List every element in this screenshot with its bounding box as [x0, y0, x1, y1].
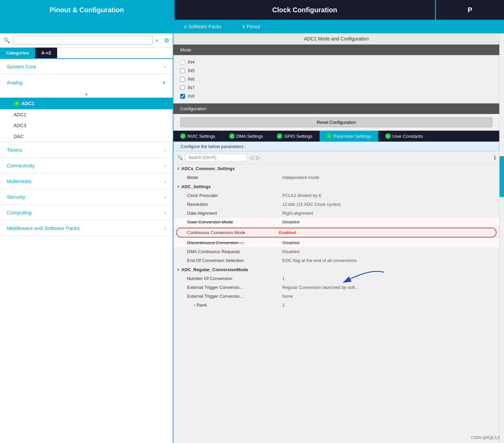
nvic-check-icon: ✓ — [180, 133, 186, 139]
param-continuous-conversion-mode: Continuous Conversion Mode Enabled — [176, 228, 497, 237]
scroll-up-icon[interactable]: ▲ — [0, 90, 173, 98]
info-icon: ℹ — [494, 154, 496, 161]
in6-checkbox[interactable] — [180, 77, 185, 82]
config-tabs: ✓ NVIC Settings ✓ DMA Settings ✓ GPIO Se… — [173, 131, 499, 142]
param-ext-trigger-1: External Trigger Conversio... Regular Co… — [173, 283, 499, 292]
sidebar-item-security[interactable]: Security › — [0, 189, 173, 205]
sidebar-list: System Core › Analog ∨ ▲ ADC1 ADC2 — [0, 59, 173, 443]
tab-nvic-settings[interactable]: ✓ NVIC Settings — [173, 131, 222, 142]
pinout-btn[interactable]: ∨ Pinout — [232, 24, 270, 29]
params-search-icon: 🔍 — [177, 155, 183, 160]
param-discontinuous-conversion: Discontinuous Conversion .... Disabled — [173, 239, 499, 247]
sidebar-item-adc3[interactable]: ADC3 — [0, 120, 173, 131]
sidebar-item-middleware[interactable]: Middleware and Software Packs › — [0, 220, 173, 236]
checkbox-in5: IN5 — [180, 66, 492, 75]
chevron-icon: › — [164, 194, 166, 200]
mode-content: IN4 IN5 IN6 IN7 IN8 — [173, 55, 499, 103]
param-data-alignment: Data Alignment Right alignment — [173, 209, 499, 218]
param-dma-continuous: DMA Continuous Requests Disabled — [173, 247, 499, 256]
param-ext-trigger-2: External Trigger Conversio... None — [173, 292, 499, 301]
tab-parameter-settings[interactable]: ✓ Parameter Settings — [320, 131, 379, 142]
sidebar-item-multimedia[interactable]: Multimedia › — [0, 174, 173, 189]
param-check-icon: ✓ — [326, 133, 332, 139]
param-mode: Mode Independent mode — [173, 173, 499, 182]
sidebar-item-computing[interactable]: Computing › — [0, 205, 173, 220]
search-icon: 🔍 — [3, 37, 10, 44]
params-search-input[interactable] — [185, 153, 247, 162]
param-eoc: End Of Conversion Selection EOC flag at … — [173, 256, 499, 265]
params-search: 🔍 ◁ ▷ ℹ — [173, 151, 499, 164]
param-num-conversion: Number Of Conversion 1 — [173, 274, 499, 283]
section-adc-regular[interactable]: ∨ ADC_Regular_ConversionMode — [173, 265, 499, 274]
clock-config-header[interactable]: Clock Configuration — [173, 0, 436, 20]
sidebar: 🔍 ∨ ⚙ Categories A->Z System Core › — [0, 33, 173, 443]
config-header: Configuration — [173, 103, 499, 114]
section-arrow-icon: ∨ — [177, 184, 180, 189]
param-clock-prescaler: Clock Prescaler PCLK2 divided by 6 — [173, 191, 499, 200]
search-input[interactable] — [13, 36, 153, 45]
sub-header: ∨ Software Packs ∨ Pinout — [0, 20, 504, 33]
param-resolution: Resolution 12 bits (15 ADC Clock cycles) — [173, 200, 499, 209]
analog-subitems: ▲ ADC1 ADC2 ADC3 DAC — [0, 90, 173, 142]
checkbox-in4: IN4 — [180, 58, 492, 66]
gpio-check-icon: ✓ — [277, 133, 282, 139]
tab-categories[interactable]: Categories — [0, 48, 35, 58]
sidebar-item-adc2[interactable]: ADC2 — [0, 109, 173, 120]
sidebar-item-connectivity[interactable]: Connectivity › — [0, 158, 173, 174]
section-adcs-common[interactable]: ∨ ADCs_Common_Settings — [173, 164, 499, 173]
tab-dma-settings[interactable]: ✓ DMA Settings — [222, 131, 270, 142]
prev-btn[interactable]: ◁ — [249, 154, 253, 161]
sidebar-item-adc1[interactable]: ADC1 — [0, 98, 173, 109]
software-packs-btn[interactable]: ∨ Software Packs — [173, 24, 232, 29]
chevron-icon: › — [164, 64, 166, 69]
panel-title: ADC1 Mode and Configuration — [173, 33, 499, 45]
checkbox-in8: IN8 — [180, 92, 492, 100]
sidebar-item-analog: Analog ∨ ▲ ADC1 ADC2 ADC3 DAC — [0, 75, 173, 142]
chevron-icon: › — [164, 163, 166, 168]
dma-check-icon: ✓ — [229, 133, 235, 139]
dropdown-arrow-icon: ∨ — [155, 38, 158, 43]
param-scan-conversion-mode: Scan Conversion Mode Disabled — [173, 218, 499, 227]
mode-header: Mode — [173, 45, 499, 55]
reset-config-button[interactable]: Reset Configuration — [180, 117, 492, 127]
in8-checkbox[interactable] — [180, 94, 185, 99]
param-rank: › Rank 1 — [173, 301, 499, 310]
section-arrow-icon: ∨ — [177, 267, 180, 272]
right-panel: ADC1 Mode and Configuration Mode IN4 IN5… — [173, 33, 499, 443]
right-header: P — [436, 0, 504, 20]
params-header: Configure the below parameters : — [173, 142, 499, 151]
chevron-icon: › — [164, 179, 166, 184]
sub-header-right: ∨ Software Packs ∨ Pinout — [173, 20, 504, 33]
scrollbar-thumb[interactable] — [500, 156, 504, 197]
checkbox-in6: IN6 — [180, 75, 492, 83]
tab-user-constants[interactable]: ✓ User Constants — [379, 131, 430, 142]
chevron-icon: › — [164, 210, 166, 215]
sidebar-search-row: 🔍 ∨ ⚙ — [0, 33, 173, 48]
chevron-icon: › — [164, 147, 166, 153]
watermark: CSDN @码皮儿君 — [471, 435, 499, 440]
pinout-header: Pinout & Configuration — [0, 0, 173, 20]
section-adc-settings[interactable]: ∨ ADC_Settings — [173, 182, 499, 191]
tab-az[interactable]: A->Z — [35, 48, 57, 58]
tab-gpio-settings[interactable]: ✓ GPIO Settings — [270, 131, 319, 142]
sidebar-item-dac[interactable]: DAC — [0, 131, 173, 142]
next-btn[interactable]: ▷ — [256, 154, 260, 161]
gear-icon[interactable]: ⚙ — [164, 37, 169, 44]
analog-header[interactable]: Analog ∨ — [0, 75, 173, 90]
sub-header-spacer — [0, 20, 173, 33]
sidebar-item-timers[interactable]: Timers › — [0, 142, 173, 158]
section-arrow-icon: ∨ — [177, 166, 180, 171]
chevron-down-icon: ∨ — [162, 79, 166, 85]
in7-checkbox[interactable] — [180, 85, 185, 90]
right-panel-wrapper: ADC1 Mode and Configuration Mode IN4 IN5… — [173, 33, 504, 443]
in5-checkbox[interactable] — [180, 68, 185, 73]
params-tree: ∨ ADCs_Common_Settings Mode Independent … — [173, 164, 499, 443]
right-scrollbar[interactable] — [499, 33, 504, 443]
in4-checkbox[interactable] — [180, 60, 185, 65]
checkbox-in7: IN7 — [180, 83, 492, 92]
chevron-icon: › — [164, 226, 166, 231]
sidebar-item-system-core[interactable]: System Core › — [0, 59, 173, 75]
uc-check-icon: ✓ — [385, 133, 391, 139]
sidebar-tabs: Categories A->Z — [0, 48, 173, 59]
